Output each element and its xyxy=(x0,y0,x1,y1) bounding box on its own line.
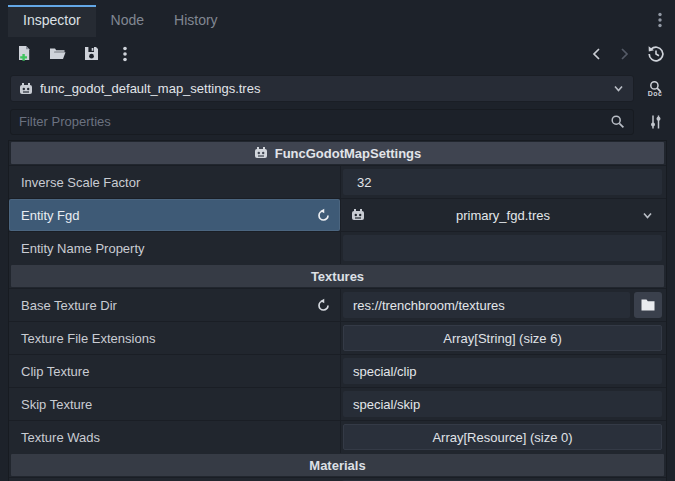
edited-resource-picker[interactable]: func_godot_default_map_settings.tres xyxy=(10,75,634,102)
property-label-clip-texture[interactable]: Clip Texture xyxy=(9,355,340,387)
search-icon xyxy=(610,114,625,129)
resource-icon xyxy=(19,82,33,96)
property-label-text: Entity Name Property xyxy=(21,241,145,256)
property-row-base-texture-dir: Base Texture Dir res://trenchbroom/textu… xyxy=(9,288,666,321)
property-label-text: Entity Fgd xyxy=(21,208,80,223)
filter-input-wrap xyxy=(10,109,634,135)
save-resource-button[interactable] xyxy=(82,45,100,63)
property-label-skip-texture[interactable]: Skip Texture xyxy=(9,388,340,420)
property-label-text: Skip Texture xyxy=(21,397,92,412)
property-label-entity-fgd[interactable]: Entity Fgd xyxy=(9,199,340,231)
dock-menu-kebab-icon[interactable] xyxy=(651,10,669,30)
entity-fgd-resource-dropdown[interactable]: primary_fgd.tres xyxy=(343,202,662,228)
property-row-texture-file-extensions: Texture File Extensions Array[String] (s… xyxy=(9,321,666,354)
forward-button[interactable] xyxy=(615,45,633,63)
history-nav xyxy=(588,45,665,63)
filter-options-button[interactable] xyxy=(641,109,669,135)
group-title: Materials xyxy=(309,458,365,473)
category-header-funcgodotmapsettings[interactable]: FuncGodotMapSettings xyxy=(11,142,664,164)
new-resource-icon xyxy=(15,45,32,62)
back-button[interactable] xyxy=(588,45,606,63)
property-label-text: Clip Texture xyxy=(21,364,89,379)
text-value: res://trenchbroom/textures xyxy=(353,298,505,313)
number-value: 32 xyxy=(357,175,371,190)
chevron-right-icon xyxy=(617,47,631,61)
resource-class-icon xyxy=(254,146,268,160)
property-label-text: Texture Wads xyxy=(21,430,100,445)
load-resource-button[interactable] xyxy=(48,45,66,63)
property-row-entity-name-property: Entity Name Property xyxy=(9,231,666,264)
text-value: special/clip xyxy=(353,364,417,379)
property-value-cell: 32 xyxy=(340,166,666,198)
entity-fgd-resource-name: primary_fgd.tres xyxy=(371,208,635,223)
revert-property-button[interactable] xyxy=(314,296,332,314)
chevron-down-icon xyxy=(612,82,625,95)
revert-property-button[interactable] xyxy=(314,206,332,224)
chevron-down-icon xyxy=(641,209,654,222)
tab-history[interactable]: History xyxy=(159,5,233,37)
base-texture-dir-text-field[interactable]: res://trenchbroom/textures xyxy=(343,292,630,318)
property-row-clip-texture: Clip Texture special/clip xyxy=(9,354,666,387)
kebab-menu-icon xyxy=(123,46,127,62)
property-label-text: Texture File Extensions xyxy=(21,331,155,346)
resource-icon xyxy=(351,208,365,222)
property-label-inverse-scale-factor[interactable]: Inverse Scale Factor xyxy=(9,166,340,198)
array-summary: Array[Resource] (size 0) xyxy=(432,430,572,445)
browse-folder-button[interactable] xyxy=(634,292,662,318)
group-header-materials[interactable]: Materials xyxy=(11,454,664,476)
property-row-entity-fgd: Entity Fgd primary_fgd.tres xyxy=(9,198,666,231)
history-button[interactable] xyxy=(647,45,665,63)
skip-texture-text-field[interactable]: special/skip xyxy=(343,391,662,417)
property-label-text: Base Texture Dir xyxy=(21,298,117,313)
property-label-texture-wads[interactable]: Texture Wads xyxy=(9,421,340,453)
property-row-texture-wads: Texture Wads Array[Resource] (size 0) xyxy=(9,420,666,453)
property-label-base-texture-dir[interactable]: Base Texture Dir xyxy=(9,289,340,321)
resource-picker-row: func_godot_default_map_settings.tres Doc xyxy=(0,75,675,102)
filter-properties-input[interactable] xyxy=(19,114,610,129)
tab-inspector[interactable]: Inspector xyxy=(8,5,96,37)
property-value-cell: Array[Resource] (size 0) xyxy=(340,421,666,453)
inverse-scale-factor-number-field[interactable]: 32 xyxy=(343,169,662,195)
property-value-cell: res://trenchbroom/textures xyxy=(340,289,666,321)
resource-extra-options-button[interactable] xyxy=(116,45,134,63)
new-resource-button[interactable] xyxy=(14,45,32,63)
doc-button-label: Doc xyxy=(648,90,663,97)
property-value-cell: Array[String] (size 6) xyxy=(340,322,666,354)
history-clock-icon xyxy=(647,45,665,63)
folder-icon xyxy=(641,299,655,311)
text-value: special/skip xyxy=(353,397,420,412)
inspector-toolbar xyxy=(0,37,675,70)
property-value-cell: primary_fgd.tres xyxy=(340,199,666,231)
filter-row xyxy=(0,108,675,135)
clipped-next-row xyxy=(9,477,666,481)
texture-file-extensions-array-button[interactable]: Array[String] (size 6) xyxy=(343,325,662,351)
group-header-textures[interactable]: Textures xyxy=(11,265,664,287)
folder-open-icon xyxy=(49,46,66,61)
save-icon xyxy=(84,46,99,61)
tab-node-label: Node xyxy=(111,12,144,28)
tab-inspector-label: Inspector xyxy=(23,12,81,28)
property-label-texture-file-extensions[interactable]: Texture File Extensions xyxy=(9,322,340,354)
category-title: FuncGodotMapSettings xyxy=(275,146,422,161)
property-label-text: Inverse Scale Factor xyxy=(21,175,140,190)
property-row-inverse-scale-factor: Inverse Scale Factor 32 xyxy=(9,165,666,198)
sliders-tune-icon xyxy=(648,114,663,130)
dock-tab-bar: Inspector Node History xyxy=(0,0,675,37)
chevron-left-icon xyxy=(590,47,604,61)
open-documentation-button[interactable]: Doc xyxy=(641,75,669,102)
inspector-properties-panel: FuncGodotMapSettings Inverse Scale Facto… xyxy=(8,140,667,481)
array-summary: Array[String] (size 6) xyxy=(443,331,561,346)
group-title: Textures xyxy=(311,269,364,284)
clip-texture-text-field[interactable]: special/clip xyxy=(343,358,662,384)
property-label-entity-name-property[interactable]: Entity Name Property xyxy=(9,232,340,264)
property-value-cell: special/skip xyxy=(340,388,666,420)
property-row-skip-texture: Skip Texture special/skip xyxy=(9,387,666,420)
resource-filename: func_godot_default_map_settings.tres xyxy=(40,81,605,96)
property-value-cell: special/clip xyxy=(340,355,666,387)
property-value-cell xyxy=(340,232,666,264)
tab-history-label: History xyxy=(174,12,218,28)
tab-node[interactable]: Node xyxy=(96,5,159,37)
entity-name-property-text-field[interactable] xyxy=(343,235,662,261)
texture-wads-array-button[interactable]: Array[Resource] (size 0) xyxy=(343,424,662,450)
